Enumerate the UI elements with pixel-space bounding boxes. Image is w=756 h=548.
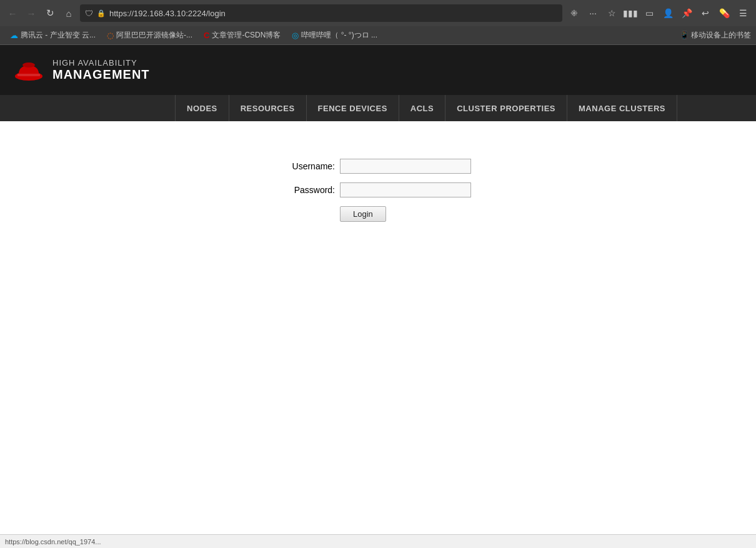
app-logo: HIGH AVAILABILITY MANAGEMENT [0,45,162,95]
app-title-bottom: MANAGEMENT [52,67,150,82]
star-icon[interactable]: ☆ [604,5,620,21]
menu-icon[interactable]: ☰ [735,5,751,21]
login-button[interactable]: Login [340,206,386,222]
username-row: Username: [285,159,471,174]
browser-chrome: ← → ↻ ⌂ 🛡 🔒 https://192.168.43.10:2224/l… [0,0,756,45]
undo-icon[interactable]: ↩ [697,5,714,21]
pin-icon[interactable]: 📌 [679,5,695,21]
browser-toolbar: ← → ↻ ⌂ 🛡 🔒 https://192.168.43.10:2224/l… [0,0,756,26]
redhat-logo-svg [12,54,45,86]
nav-acls[interactable]: ACLS [399,95,445,121]
reload-button[interactable]: ↻ [42,6,57,21]
nav-cluster-properties[interactable]: CLUSTER PROPERTIES [445,95,567,121]
app-title: HIGH AVAILABILITY MANAGEMENT [52,58,150,82]
csdn-icon: C [204,31,209,40]
password-row: Password: [285,182,471,197]
toolbar-icons: ⁜ ··· ☆ ▮▮▮ ▭ 👤 📌 ↩ 💊 ☰ [566,5,751,21]
password-input[interactable] [340,182,471,197]
shield-icon: 🛡 [85,9,93,18]
nav-manage-clusters[interactable]: MANAGE CLUSTERS [567,95,677,121]
login-form: Username: Password: Login [285,159,471,222]
username-label: Username: [285,161,335,171]
app-container: HIGH AVAILABILITY MANAGEMENT NODES RESOU… [0,45,756,496]
app-title-top: HIGH AVAILABILITY [52,58,150,67]
bookmark-bilibili[interactable]: ◎ 哔哩哔哩（ °- °)つロ ... [287,28,382,42]
url-text: https://192.168.43.10:2224/login [109,9,557,18]
forward-button[interactable]: → [24,6,39,21]
bookmark-tencent[interactable]: ☁ 腾讯云 - 产业智变 云... [5,28,101,42]
grid-icon[interactable]: ⁜ [566,5,582,21]
alibaba-icon: ◌ [107,31,114,40]
login-btn-row: Login [340,206,386,222]
home-button[interactable]: ⌂ [61,6,76,21]
profile-icon[interactable]: 👤 [660,5,676,21]
bookmark-alibaba[interactable]: ◌ 阿里巴巴开源镜像站-... [102,28,197,42]
app-header: HIGH AVAILABILITY MANAGEMENT [0,45,756,95]
library-icon[interactable]: ▮▮▮ [622,5,639,21]
bookmarks-mobile[interactable]: 📱 移动设备上的书签 [680,30,751,41]
username-input[interactable] [340,159,471,174]
more-button[interactable]: ··· [585,5,601,21]
tencent-icon: ☁ [10,31,18,40]
app-nav: NODES RESOURCES FENCE DEVICES ACLS CLUST… [0,95,756,121]
status-text: https://blog.csdn.net/qq_1974... [5,538,101,546]
svg-rect-3 [17,74,40,76]
address-bar[interactable]: 🛡 🔒 https://192.168.43.10:2224/login [80,4,562,22]
login-container: Username: Password: Login [0,121,756,496]
svg-point-1 [22,62,35,67]
status-bar: https://blog.csdn.net/qq_1974... [0,534,756,548]
bookmarks-bar: ☁ 腾讯云 - 产业智变 云... ◌ 阿里巴巴开源镜像站-... C 文章管理… [0,26,756,45]
sidebar-icon[interactable]: ▭ [641,5,657,21]
back-button[interactable]: ← [5,6,20,21]
nav-resources[interactable]: RESOURCES [229,95,307,121]
bilibili-icon: ◎ [292,31,299,40]
nav-nodes[interactable]: NODES [175,95,229,121]
account-icon[interactable]: 💊 [716,5,732,21]
nav-fence-devices[interactable]: FENCE DEVICES [307,95,399,121]
lock-icon: 🔒 [97,9,106,17]
bookmark-csdn[interactable]: C 文章管理-CSDN博客 [199,28,286,42]
password-label: Password: [285,185,335,195]
